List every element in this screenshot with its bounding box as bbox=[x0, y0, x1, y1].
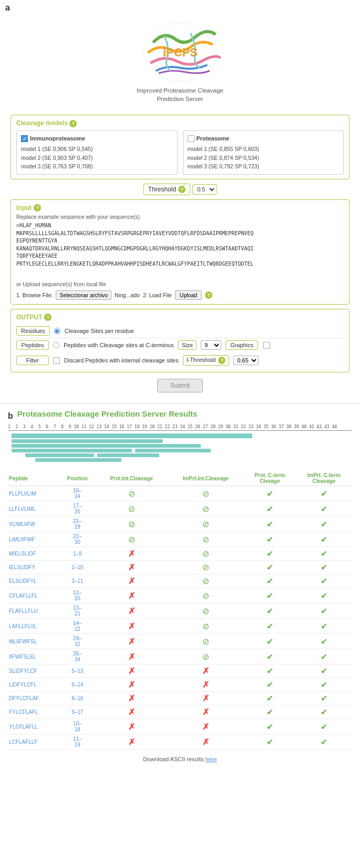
peptides-radio[interactable] bbox=[53, 342, 59, 348]
upload-button[interactable]: Upload bbox=[175, 290, 202, 300]
download-link[interactable]: here bbox=[205, 756, 217, 762]
peptide-name-cell: MLIIFWFSL bbox=[8, 634, 59, 649]
position-cell: 11–19 bbox=[59, 734, 96, 750]
imprt-cterm-cell: ✔ bbox=[296, 603, 352, 619]
residues-radio[interactable] bbox=[54, 328, 60, 334]
section-b: b Proteasome Cleavage Prediction Server … bbox=[0, 403, 360, 768]
check-icon: ✔ bbox=[266, 535, 273, 544]
imprt-cterm-cell: ✔ bbox=[296, 664, 352, 678]
check-icon: ✔ bbox=[266, 591, 273, 600]
input-help-icon[interactable]: ? bbox=[34, 204, 41, 211]
imprt-int-cell: ✗ bbox=[168, 678, 244, 692]
input-title: Input ? bbox=[16, 204, 344, 211]
x-icon: ✗ bbox=[128, 607, 135, 615]
size-select[interactable]: 9 8 10 bbox=[201, 340, 221, 350]
check-icon: ✔ bbox=[266, 607, 273, 615]
check-icon: ✔ bbox=[266, 622, 273, 631]
file-name-display: Ning...ado bbox=[115, 292, 140, 298]
bar-1 bbox=[12, 433, 253, 438]
prot-int-cell: ✗ bbox=[96, 588, 168, 603]
prot-cterm-cell: ✔ bbox=[244, 532, 296, 547]
graphics-checkbox[interactable] bbox=[263, 342, 270, 349]
imprt-int-cell: ✗ bbox=[168, 692, 244, 705]
input-description: Replace example sequence with your seque… bbox=[16, 214, 344, 220]
ithreshold-help-icon[interactable]: ? bbox=[218, 357, 225, 364]
check-icon: ✔ bbox=[266, 652, 273, 661]
cleavage-models-help-icon[interactable]: ? bbox=[69, 120, 77, 127]
position-cell: 2–10 bbox=[59, 561, 96, 574]
prot-cterm-cell: ✔ bbox=[244, 619, 296, 634]
prot-cterm-cell: ✔ bbox=[244, 588, 296, 603]
x-icon: ✗ bbox=[128, 680, 135, 689]
immunoproteasome-checkbox[interactable]: ✓ bbox=[21, 135, 28, 142]
block-icon: ⊘ bbox=[202, 622, 209, 631]
residues-label: Residues bbox=[16, 326, 50, 336]
imprt-int-cell: ✗ bbox=[168, 705, 244, 719]
check-icon: ✔ bbox=[266, 549, 273, 558]
threshold-help-icon[interactable]: ? bbox=[178, 186, 186, 193]
section-a-label: a bbox=[5, 3, 10, 13]
col-peptide: Peptide bbox=[8, 471, 59, 486]
imprt-cterm-cell: ✔ bbox=[296, 501, 352, 517]
prot-int-cell: ✗ bbox=[96, 561, 168, 574]
imprt-cterm-cell: ✔ bbox=[296, 532, 352, 547]
prot-int-cell: ⊘ bbox=[96, 501, 168, 517]
prot-int-cell: ✗ bbox=[96, 705, 168, 719]
table-row: MLIIFWFSL24–32✗⊘✔✔ bbox=[8, 634, 352, 649]
check-icon: ✔ bbox=[266, 708, 273, 716]
x-icon: ✗ bbox=[128, 652, 135, 661]
peptide-name-cell: IIFWFSLEL bbox=[8, 649, 59, 664]
proteasome-label: Proteasome bbox=[197, 134, 230, 144]
check-icon: ✔ bbox=[321, 563, 327, 572]
imprt-int-cell: ⊘ bbox=[168, 532, 244, 547]
imprt-cterm-cell: ✔ bbox=[296, 588, 352, 603]
prot-cterm-cell: ✔ bbox=[244, 634, 296, 649]
x-icon: ✗ bbox=[128, 563, 135, 572]
bar-6 bbox=[25, 453, 94, 457]
output-help-icon[interactable]: ? bbox=[44, 314, 52, 321]
imprt-cterm-cell: ✔ bbox=[296, 574, 352, 588]
browse-file-button[interactable]: Seleccionar archivo bbox=[56, 290, 111, 300]
peptides-label: Peptides bbox=[16, 340, 49, 350]
imprt-cterm-cell: ✔ bbox=[296, 561, 352, 574]
position-cell: 8–16 bbox=[59, 692, 96, 705]
peptide-name-cell: LIDFYLCFL bbox=[8, 678, 59, 692]
check-icon: ✔ bbox=[321, 607, 327, 615]
block-icon: ⊘ bbox=[128, 504, 135, 513]
x-icon: ✗ bbox=[202, 680, 209, 689]
prot-cterm-cell: ✔ bbox=[244, 574, 296, 588]
col-imprt-int: ImPrt.Int.Cleavage bbox=[168, 471, 244, 486]
imprt-int-cell: ⊘ bbox=[168, 561, 244, 574]
position-cell: 12–20 bbox=[59, 588, 96, 603]
immuno-model3: model 3 (SE 0,763 SP 0,708) bbox=[21, 162, 173, 171]
imprt-int-cell: ⊘ bbox=[168, 574, 244, 588]
check-icon: ✔ bbox=[321, 489, 327, 498]
cleavage-models-box: Cleavage models ? ✓ Immunoproteasome mod… bbox=[11, 115, 349, 179]
proteasome-checkbox[interactable] bbox=[188, 135, 194, 142]
prot-int-cell: ✗ bbox=[96, 678, 168, 692]
prot-int-cell: ✗ bbox=[96, 574, 168, 588]
block-icon: ⊘ bbox=[202, 520, 209, 529]
submit-button[interactable]: Submit bbox=[157, 379, 203, 392]
sequence-input[interactable] bbox=[16, 222, 344, 280]
table-row: LLFLVLIML17–25⊘⊘✔✔ bbox=[8, 501, 352, 517]
upload-help-icon[interactable]: ? bbox=[205, 291, 212, 299]
peptide-name-cell: LCFLAFLLF bbox=[8, 734, 59, 750]
table-row: LCFLAFLLF11–19✗✗✔✔ bbox=[8, 734, 352, 750]
output-box: OUTPUT ? Residues Cleavage Sites per res… bbox=[11, 309, 349, 372]
prot-cterm-cell: ✔ bbox=[244, 561, 296, 574]
filter-checkbox[interactable] bbox=[53, 357, 60, 364]
prot-cterm-cell: ✔ bbox=[244, 692, 296, 705]
ithreshold-select[interactable]: 0.65 0.5 0.7 0.8 bbox=[233, 356, 259, 365]
prot-int-cell: ⊘ bbox=[96, 486, 168, 501]
imprt-int-cell: ⊘ bbox=[168, 603, 244, 619]
imprt-int-cell: ⊘ bbox=[168, 547, 244, 561]
results-table: Peptide Position Prot.Int.Cleavage ImPrt… bbox=[8, 471, 352, 750]
table-row: SLIDFYLCF5–13✗✗✔✔ bbox=[8, 664, 352, 678]
prot-cterm-cell: ✔ bbox=[244, 486, 296, 501]
threshold-select[interactable]: 0.5 0.3 0.4 0.6 0.7 bbox=[192, 184, 217, 195]
x-icon: ✗ bbox=[202, 708, 209, 716]
peptide-name-cell: LAFLLFLVL bbox=[8, 619, 59, 634]
check-icon: ✔ bbox=[321, 549, 327, 558]
prot-int-cell: ✗ bbox=[96, 634, 168, 649]
